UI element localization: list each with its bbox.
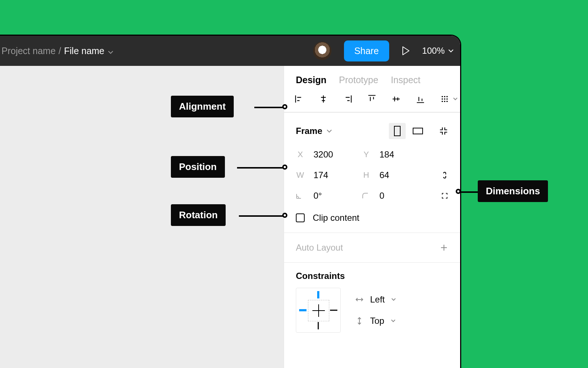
svg-point-4	[444, 98, 445, 100]
callout-dimensions: Dimensions	[478, 180, 548, 202]
app-window: Project name / File name Share 100% Desi…	[0, 35, 461, 368]
checkbox-icon[interactable]	[296, 213, 305, 222]
rotation-value: 0°	[313, 191, 322, 201]
align-bottom-icon[interactable]	[416, 94, 425, 104]
h-key: H	[362, 170, 371, 180]
svg-point-3	[442, 98, 443, 100]
file-name-crumb[interactable]: File name	[64, 46, 113, 56]
constraint-tick-right	[330, 310, 337, 311]
svg-point-6	[442, 101, 443, 102]
tab-prototype[interactable]: Prototype	[339, 75, 378, 85]
topbar: Project name / File name Share 100%	[0, 36, 460, 66]
topbar-right: Share 100%	[313, 40, 453, 61]
width-field[interactable]: W 174	[296, 170, 362, 180]
chevron-down-icon	[453, 98, 458, 100]
rotation-field[interactable]: 0°	[296, 191, 362, 201]
svg-rect-10	[413, 128, 423, 134]
callout-line	[254, 107, 284, 108]
constraint-h-value: Left	[370, 294, 385, 305]
callout-line	[237, 167, 284, 169]
constraints-diagram[interactable]	[296, 288, 341, 333]
callout-line	[459, 191, 478, 193]
constraint-tick-bottom	[318, 322, 319, 329]
align-right-icon[interactable]	[343, 94, 352, 104]
height-field[interactable]: H 64	[362, 170, 428, 180]
align-left-icon[interactable]	[294, 94, 304, 104]
callout-rotation: Rotation	[171, 204, 226, 226]
angle-icon	[296, 192, 305, 199]
independent-corners-icon[interactable]	[441, 191, 448, 201]
auto-layout-section: Auto Layout	[284, 233, 460, 262]
y-value: 184	[380, 149, 394, 160]
align-hcenter-icon[interactable]	[319, 94, 328, 104]
svg-point-5	[447, 98, 448, 100]
breadcrumb: Project name / File name	[0, 46, 113, 56]
h-value: 64	[380, 170, 390, 180]
constraints-section: Constraints Left	[284, 262, 460, 341]
portrait-button[interactable]	[389, 123, 406, 139]
panel-tabs: Design Prototype Inspect	[284, 66, 460, 93]
corner-radius-field[interactable]: 0	[362, 191, 428, 201]
align-vcenter-icon[interactable]	[391, 94, 401, 104]
distribute-control[interactable]	[440, 94, 458, 104]
chevron-down-icon	[391, 319, 395, 322]
y-key: Y	[362, 150, 371, 159]
constraint-horizontal-select[interactable]: Left	[355, 294, 396, 305]
chevron-down-icon	[391, 298, 396, 301]
tab-inspect[interactable]: Inspect	[391, 75, 420, 85]
svg-rect-9	[394, 126, 400, 136]
chevron-down-icon	[448, 49, 453, 53]
distribute-icon	[440, 94, 449, 104]
clip-content-label: Clip content	[313, 213, 359, 223]
svg-point-8	[447, 101, 448, 102]
alignment-row	[284, 93, 460, 112]
frame-section: Frame X 3200	[284, 112, 460, 233]
tab-design[interactable]: Design	[296, 75, 326, 85]
position-grid: X 3200 Y 184 W 174 H 64	[284, 146, 460, 204]
callout-alignment: Alignment	[171, 96, 234, 117]
svg-point-2	[447, 96, 448, 98]
frame-type-dropdown[interactable]: Frame	[296, 126, 332, 136]
x-field[interactable]: X 3200	[296, 149, 362, 160]
constraint-vertical-select[interactable]: Top	[355, 316, 396, 326]
share-button[interactable]: Share	[344, 40, 389, 61]
corner-radius-value: 0	[380, 191, 384, 201]
project-name-crumb[interactable]: Project name	[1, 46, 55, 56]
constraint-v-value: Top	[370, 316, 384, 326]
svg-point-7	[444, 101, 445, 102]
svg-point-1	[444, 96, 445, 98]
callout-dot	[282, 164, 287, 170]
w-value: 174	[313, 170, 328, 180]
zoom-value: 100%	[422, 46, 445, 56]
clip-content-row[interactable]: Clip content	[284, 204, 460, 233]
callout-dot	[282, 213, 287, 218]
callout-dot	[456, 189, 461, 194]
auto-layout-label: Auto Layout	[296, 243, 343, 253]
resize-to-fit-icon[interactable]	[439, 126, 448, 136]
play-icon[interactable]	[402, 46, 410, 56]
x-value: 3200	[313, 149, 333, 160]
breadcrumb-separator: /	[58, 46, 61, 56]
x-key: X	[296, 150, 305, 159]
callout-position: Position	[171, 156, 225, 178]
design-panel: Design Prototype Inspect Frame	[284, 66, 460, 368]
horizontal-arrows-icon	[355, 296, 363, 304]
orientation-group	[389, 123, 426, 139]
w-key: W	[296, 170, 305, 180]
callout-dot	[282, 104, 287, 109]
constraints-inner-box	[308, 300, 329, 321]
link-dimensions-icon[interactable]	[441, 170, 448, 180]
avatar[interactable]	[313, 42, 331, 60]
vertical-arrows-icon	[355, 317, 363, 325]
svg-point-0	[442, 96, 443, 98]
plus-icon[interactable]	[440, 243, 448, 252]
chevron-down-icon[interactable]	[108, 46, 113, 56]
zoom-control[interactable]: 100%	[422, 46, 453, 56]
chevron-down-icon	[327, 129, 332, 133]
constraint-tick-left	[299, 309, 306, 311]
align-top-icon[interactable]	[367, 94, 377, 104]
constraints-selects: Left Top	[355, 294, 396, 326]
constraints-title: Constraints	[296, 271, 448, 288]
landscape-button[interactable]	[409, 123, 426, 139]
y-field[interactable]: Y 184	[362, 149, 428, 160]
